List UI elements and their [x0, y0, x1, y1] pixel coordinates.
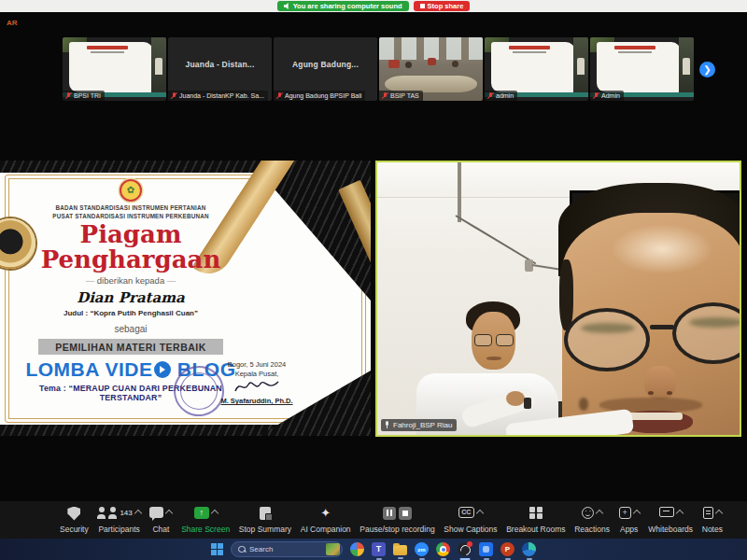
participant-thumbnail[interactable]: Admin — [590, 37, 694, 101]
muted-mic-icon — [64, 92, 72, 100]
whiteboards-button[interactable]: Whiteboards — [648, 507, 693, 534]
zoom-app-icon[interactable]: zm — [415, 542, 429, 556]
thumb-decoration — [151, 37, 166, 92]
ai-companion-label: AI Companion — [301, 525, 351, 534]
sharing-status-bar: You are sharing computer sound Stop shar… — [0, 0, 747, 12]
participants-button[interactable]: 143 Participants — [97, 507, 140, 534]
thumb-decoration — [91, 51, 124, 53]
teams-app-icon[interactable]: T — [372, 542, 386, 556]
camera-icon — [479, 542, 493, 556]
show-captions-button[interactable]: CC Show Captions — [444, 507, 497, 534]
thumb-certificate-bg — [491, 42, 575, 92]
recipient-name: Dian Pratama — [7, 289, 254, 306]
breakout-grid-icon — [529, 507, 543, 520]
chevron-up-icon[interactable] — [675, 509, 683, 516]
notes-button[interactable]: Notes — [702, 507, 723, 534]
apps-button[interactable]: + Apps — [619, 507, 640, 534]
chevron-up-icon[interactable] — [165, 509, 173, 516]
participant-name-tag: Agung Badung BPSIP Bali — [274, 91, 365, 101]
chevron-up-icon[interactable] — [632, 509, 640, 516]
chevron-up-icon[interactable] — [476, 509, 484, 516]
thumb-decoration — [87, 46, 128, 49]
chevron-up-icon[interactable] — [715, 509, 723, 516]
participant-name-tag: BPSI TRI — [63, 91, 105, 101]
breakout-rooms-label: Breakout Rooms — [506, 525, 565, 534]
captions-icon: CC — [458, 507, 474, 518]
sparkle-icon: ✦ — [320, 507, 331, 520]
notes-label: Notes — [702, 525, 723, 534]
speaker-nose — [644, 366, 676, 399]
thumb-decoration — [577, 58, 585, 75]
participant-thumbnail[interactable]: BPSI TRI — [63, 37, 166, 101]
notes-icon — [703, 507, 713, 519]
recording-controls[interactable]: Pause/stop recording — [359, 507, 434, 534]
security-button[interactable]: Security — [60, 507, 89, 534]
participant-thumbnail[interactable]: BSIP TAS — [379, 37, 483, 101]
participant-thumbnail[interactable]: Agung Badung... Agung Badung BPSIP Bali — [274, 37, 377, 101]
participant-name: Juanda - DistanKP Kab. Sa... — [179, 92, 264, 99]
obs-app-icon[interactable] — [458, 542, 472, 556]
video-scene: Fahroji_BSP Riau — [377, 162, 740, 435]
apps-label: Apps — [620, 525, 638, 534]
start-button[interactable] — [211, 543, 223, 555]
background-person-watch — [524, 398, 531, 409]
folder-icon — [393, 545, 407, 555]
glasses-left-lens — [564, 308, 650, 371]
participant-name: admin — [496, 92, 514, 99]
participant-thumbnail[interactable]: Juanda - Distan... Juanda - DistanKP Kab… — [168, 37, 272, 101]
thumb-person — [405, 62, 412, 68]
teams-icon: T — [372, 542, 386, 556]
stop-share-button[interactable]: Stop share — [414, 1, 471, 11]
sharing-sound-indicator[interactable]: You are sharing computer sound — [277, 1, 409, 11]
thumb-certificate-bg — [69, 42, 153, 92]
edge-icon — [522, 542, 536, 556]
muted-mic-icon — [381, 92, 388, 100]
windows-logo-icon — [211, 543, 223, 555]
edge-app-icon[interactable] — [522, 542, 536, 556]
stop-summary-button[interactable]: Stop Summary — [239, 507, 291, 534]
breakout-rooms-button[interactable]: Breakout Rooms — [506, 507, 565, 534]
apps-icon: + — [619, 507, 631, 519]
powerpoint-icon: P — [500, 542, 514, 556]
photos-app-icon[interactable] — [350, 542, 364, 556]
photos-icon — [350, 542, 364, 556]
chevron-up-icon[interactable] — [596, 509, 603, 516]
camera-app-icon[interactable] — [479, 542, 493, 556]
participant-name: BSIP TAS — [390, 92, 419, 99]
reactions-button[interactable]: Reactions — [574, 507, 610, 534]
background-person-mouth — [486, 357, 501, 360]
share-screen-button[interactable]: ↑ Share Screen — [181, 507, 230, 534]
award-category: PEMILIHAN MATERI TERBAIK — [38, 339, 223, 355]
participant-name: Agung Badung BPSIP Bali — [285, 92, 361, 99]
powerpoint-app-icon[interactable]: P — [500, 542, 514, 556]
sebagai-text: sebagai — [7, 324, 254, 334]
gallery-next-button[interactable]: ❯ — [699, 62, 715, 77]
video-title-line: Judul : “Kopra Putih Penghasil Cuan” — [7, 309, 254, 317]
chat-button[interactable]: Chat — [149, 507, 172, 534]
chrome-app-icon[interactable] — [436, 542, 450, 556]
muted-mic-icon — [275, 92, 283, 100]
participants-icon — [97, 507, 106, 519]
participant-name: BPSI TRI — [74, 92, 101, 99]
summary-doc-icon — [260, 507, 271, 520]
participant-thumbnail[interactable]: admin — [485, 37, 588, 101]
active-speaker-video[interactable]: Fahroji_BSP Riau — [375, 161, 741, 437]
muted-mic-icon — [592, 92, 599, 100]
ai-companion-button[interactable]: ✦ AI Companion — [301, 507, 351, 534]
chevron-up-icon[interactable] — [210, 509, 218, 516]
participant-name-tag: BSIP TAS — [379, 91, 423, 101]
file-explorer-icon[interactable] — [393, 543, 407, 555]
taskbar-search[interactable]: Search — [231, 541, 343, 557]
stop-summary-label: Stop Summary — [239, 525, 291, 534]
chevron-up-icon[interactable] — [134, 509, 142, 516]
wall-cable — [455, 215, 536, 264]
participants-label: Participants — [98, 525, 139, 534]
pause-recording-icon[interactable] — [383, 507, 396, 520]
stop-recording-icon[interactable] — [399, 507, 412, 520]
stop-share-label: Stop share — [428, 3, 464, 10]
certificate-title: Piagam Penghargaan — [7, 222, 254, 273]
thumb-decoration — [614, 46, 655, 49]
security-label: Security — [60, 525, 89, 534]
given-to-text: diberikan kepada — [7, 275, 254, 286]
signature-block: Bogor, 5 Juni 2024 Kepala Pusat, M. Syaf… — [191, 360, 322, 407]
